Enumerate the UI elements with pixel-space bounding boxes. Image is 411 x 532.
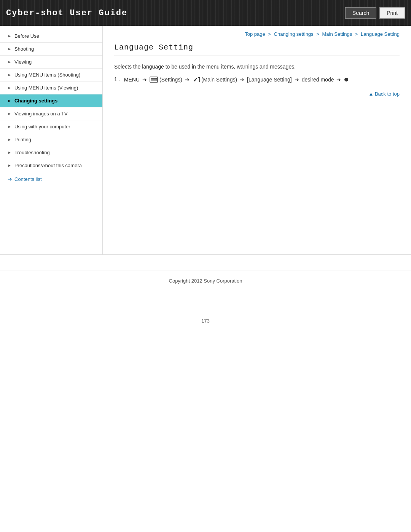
menu-label: MENU: [124, 77, 140, 83]
main-settings-icon: ✓T: [192, 76, 200, 83]
main-container: ► Before Use ► Shooting ► Viewing ► Usin…: [0, 26, 411, 254]
breadcrumb-changing-settings[interactable]: Changing settings: [274, 31, 314, 37]
chevron-right-icon: ►: [8, 137, 11, 142]
page-title-section: Language Setting: [114, 43, 400, 56]
content-area: Top page > Changing settings > Main Sett…: [103, 26, 411, 108]
contents-list-label: Contents list: [14, 176, 42, 182]
chevron-right-icon: ►: [8, 125, 11, 129]
sidebar-item-label: Troubleshooting: [14, 150, 50, 155]
arrow-icon: ➔: [142, 77, 147, 83]
back-to-top-link[interactable]: ▲ Back to top: [368, 91, 400, 97]
sidebar-item-label: Viewing images on a TV: [14, 111, 68, 117]
arrow-icon: ➔: [336, 77, 341, 83]
chevron-right-icon: ►: [8, 112, 11, 116]
sidebar-item-viewing[interactable]: ► Viewing: [0, 56, 102, 69]
description: Selects the language to be used in the m…: [114, 64, 400, 70]
sidebar-item-label: Printing: [14, 137, 31, 142]
arrow-right-icon: ➔: [8, 176, 12, 182]
settings-icon: [150, 77, 158, 83]
chevron-right-icon: ►: [8, 47, 11, 51]
arrow-icon: ➔: [240, 77, 244, 83]
chevron-right-icon: ►: [8, 163, 11, 168]
sidebar-item-changing-settings[interactable]: ► Changing settings: [0, 94, 102, 107]
chevron-right-icon: ►: [8, 150, 11, 155]
sidebar-item-label: Shooting: [14, 46, 34, 52]
sidebar-item-before-use[interactable]: ► Before Use: [0, 30, 102, 43]
instruction-line: 1． MENU ➔ (Settings) ➔ ✓T (Main Settin: [114, 76, 400, 83]
language-setting-label: [Language Setting]: [247, 77, 292, 83]
sidebar-item-label: Precautions/About this camera: [14, 163, 82, 168]
print-button[interactable]: Print: [379, 7, 405, 19]
breadcrumb-main-settings[interactable]: Main Settings: [322, 31, 352, 37]
sidebar-item-label: Before Use: [14, 33, 39, 39]
header: Cyber-shot User Guide Search Print: [0, 0, 411, 26]
arrow-icon: ➔: [295, 77, 299, 83]
sidebar-item-viewing-tv[interactable]: ► Viewing images on a TV: [0, 107, 102, 120]
search-button[interactable]: Search: [345, 7, 376, 19]
desired-mode-label: desired mode: [302, 77, 334, 83]
settings-label: (Settings): [159, 77, 182, 83]
breadcrumb-top-page[interactable]: Top page: [245, 31, 265, 37]
sidebar: ► Before Use ► Shooting ► Viewing ► Usin…: [0, 26, 103, 254]
sidebar-item-shooting[interactable]: ► Shooting: [0, 43, 102, 56]
svg-text:✓T: ✓T: [193, 77, 200, 83]
chevron-right-icon: ►: [8, 86, 11, 90]
breadcrumb-separator: >: [355, 31, 359, 37]
chevron-right-icon: ►: [8, 73, 11, 77]
breadcrumb-language-setting[interactable]: Language Setting: [361, 31, 400, 37]
main-settings-label: (Main Settings): [201, 77, 237, 83]
page-number: 173: [0, 318, 411, 324]
chevron-right-icon: ►: [8, 99, 11, 103]
back-to-top: ▲ Back to top: [114, 91, 400, 97]
sidebar-item-label: Using MENU items (Shooting): [14, 72, 80, 78]
copyright-text: Copyright 2012 Sony Corporation: [169, 278, 242, 284]
contents-list-link[interactable]: ➔ Contents list: [0, 172, 102, 186]
sidebar-item-label: Viewing: [14, 59, 32, 65]
bullet-circle-icon: [344, 78, 348, 81]
breadcrumb-separator: >: [316, 31, 320, 37]
footer: Copyright 2012 Sony Corporation: [0, 270, 411, 295]
sidebar-item-printing[interactable]: ► Printing: [0, 133, 102, 146]
step-number: 1．: [114, 76, 123, 83]
breadcrumb-separator: >: [268, 31, 272, 37]
breadcrumb: Top page > Changing settings > Main Sett…: [114, 26, 400, 43]
sidebar-item-precautions[interactable]: ► Precautions/About this camera: [0, 159, 102, 172]
header-actions: Search Print: [345, 7, 405, 19]
chevron-right-icon: ►: [8, 60, 11, 64]
sidebar-item-label: Using MENU items (Viewing): [14, 85, 78, 91]
sidebar-item-menu-viewing[interactable]: ► Using MENU items (Viewing): [0, 81, 102, 94]
page-title: Language Setting: [114, 43, 400, 52]
sidebar-item-menu-shooting[interactable]: ► Using MENU items (Shooting): [0, 69, 102, 81]
chevron-right-icon: ►: [8, 34, 11, 38]
content-separator: [0, 254, 411, 255]
app-title: Cyber-shot User Guide: [6, 8, 127, 18]
sidebar-item-computer[interactable]: ► Using with your computer: [0, 120, 102, 133]
sidebar-item-label: Using with your computer: [14, 124, 70, 129]
sidebar-item-label: Changing settings: [14, 98, 57, 104]
sidebar-item-troubleshooting[interactable]: ► Troubleshooting: [0, 146, 102, 159]
arrow-icon: ➔: [185, 77, 190, 83]
